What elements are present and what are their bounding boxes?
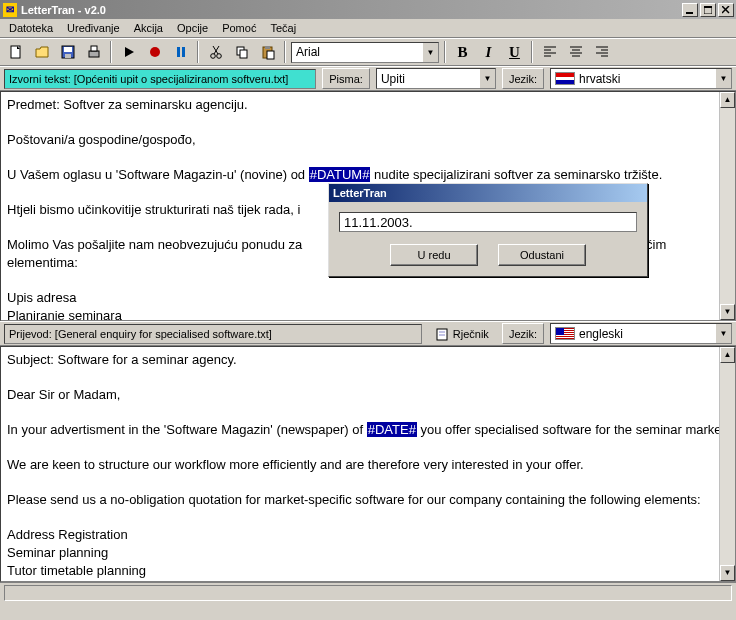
italic-button[interactable]: I (477, 41, 500, 63)
copy-button[interactable] (230, 41, 253, 63)
align-left-button[interactable] (538, 41, 561, 63)
svg-point-20 (216, 54, 221, 59)
menu-pomoc[interactable]: Pomoć (215, 20, 263, 36)
dictionary-button[interactable]: Rječnik (428, 323, 496, 345)
date-placeholder[interactable]: #DATE# (367, 422, 417, 437)
input-dialog: LetterTran U redu Odustani (328, 183, 648, 277)
svg-marker-13 (125, 47, 134, 57)
svg-rect-15 (177, 47, 180, 57)
vertical-scrollbar[interactable]: ▲ ▼ (719, 92, 735, 320)
menu-tecaj[interactable]: Tečaj (263, 20, 303, 36)
separator (110, 41, 112, 63)
record-button[interactable] (143, 41, 166, 63)
svg-rect-25 (267, 51, 274, 59)
source-file-label: Izvorni tekst: [Općeniti upit o specijal… (4, 69, 316, 89)
svg-rect-16 (182, 47, 185, 57)
print-button[interactable] (82, 41, 105, 63)
target-language-value: engleski (579, 327, 715, 341)
cancel-button[interactable]: Odustani (498, 244, 586, 266)
svg-line-17 (213, 46, 218, 54)
text-line: Poštovani/a gospodine/gospođo, (7, 131, 729, 149)
svg-rect-2 (704, 6, 712, 8)
bold-button[interactable]: B (451, 41, 474, 63)
svg-line-18 (214, 46, 219, 54)
close-button[interactable] (718, 3, 734, 17)
flag-us-icon (555, 327, 575, 340)
svg-rect-24 (265, 46, 270, 49)
svg-rect-11 (89, 51, 99, 57)
save-button[interactable] (56, 41, 79, 63)
scroll-down-icon[interactable]: ▼ (720, 304, 735, 320)
dialog-title: LetterTran (329, 184, 647, 202)
date-input[interactable] (339, 212, 637, 232)
menu-akcija[interactable]: Akcija (127, 20, 170, 36)
scroll-up-icon[interactable]: ▲ (720, 347, 735, 363)
align-right-button[interactable] (590, 41, 613, 63)
separator (531, 41, 533, 63)
text-line: We are keen to structure our workflow mo… (7, 456, 729, 474)
chevron-down-icon[interactable]: ▼ (715, 69, 731, 88)
menu-opcije[interactable]: Opcije (170, 20, 215, 36)
svg-marker-7 (36, 47, 48, 57)
menu-datoteka[interactable]: Datoteka (2, 20, 60, 36)
scroll-up-icon[interactable]: ▲ (720, 92, 735, 108)
font-combo[interactable]: Arial ▼ (291, 42, 439, 63)
flag-hr-icon (555, 72, 575, 85)
svg-rect-9 (64, 47, 72, 52)
app-icon: ✉ (3, 3, 17, 17)
align-center-button[interactable] (564, 41, 587, 63)
vertical-scrollbar[interactable]: ▲ ▼ (719, 347, 735, 581)
target-bar: Prijevod: [General enquiry for specialis… (0, 321, 736, 346)
new-button[interactable] (4, 41, 27, 63)
status-bar (0, 582, 736, 602)
chevron-down-icon[interactable]: ▼ (479, 69, 495, 88)
chevron-down-icon[interactable]: ▼ (715, 324, 731, 343)
maximize-button[interactable] (700, 3, 716, 17)
text-line: Seminar planning (7, 544, 729, 562)
svg-rect-0 (686, 12, 693, 14)
source-language-value: hrvatski (579, 72, 715, 86)
target-file-label: Prijevod: [General enquiry for specialis… (4, 324, 422, 344)
minimize-button[interactable] (682, 3, 698, 17)
jezik-src-label: Jezik: (502, 68, 544, 89)
text-line: Planiranje seminara (7, 307, 729, 321)
book-icon (435, 327, 449, 341)
paste-button[interactable] (256, 41, 279, 63)
menu-bar: Datoteka Uređivanje Akcija Opcije Pomoć … (0, 19, 736, 38)
scroll-down-icon[interactable]: ▼ (720, 565, 735, 581)
menu-uredivanje[interactable]: Uređivanje (60, 20, 127, 36)
open-button[interactable] (30, 41, 53, 63)
pause-button[interactable] (169, 41, 192, 63)
target-language-combo[interactable]: engleski ▼ (550, 323, 732, 344)
source-bar: Izvorni tekst: [Općeniti upit o specijal… (0, 66, 736, 91)
jezik-tgt-label: Jezik: (502, 323, 544, 344)
separator (444, 41, 446, 63)
svg-point-19 (210, 54, 215, 59)
pisma-combo[interactable]: Upiti ▼ (376, 68, 496, 89)
pisma-label: Pisma: (322, 68, 370, 89)
text-line: In your advertisment in the 'Software Ma… (7, 421, 729, 439)
svg-point-14 (150, 47, 160, 57)
ok-button[interactable]: U redu (390, 244, 478, 266)
source-language-combo[interactable]: hrvatski ▼ (550, 68, 732, 89)
window-title: LetterTran - v2.0 (21, 4, 106, 16)
text-line: Address Registration (7, 526, 729, 544)
text-line: Upis adresa (7, 289, 729, 307)
toolbar: Arial ▼ B I U (0, 38, 736, 66)
date-placeholder[interactable]: #DATUM# (309, 167, 371, 182)
title-bar: ✉ LetterTran - v2.0 (0, 0, 736, 19)
chevron-down-icon[interactable]: ▼ (422, 43, 438, 62)
cut-button[interactable] (204, 41, 227, 63)
play-button[interactable] (117, 41, 140, 63)
text-line: Subject: Software for a seminar agency. (7, 351, 729, 369)
target-text-pane[interactable]: Subject: Software for a seminar agency. … (0, 346, 736, 582)
svg-rect-10 (65, 54, 71, 58)
svg-rect-12 (91, 46, 97, 51)
status-cell (4, 585, 732, 601)
pisma-combo-value: Upiti (377, 72, 479, 86)
text-line: Predmet: Softver za seminarsku agenciju. (7, 96, 729, 114)
separator (197, 41, 199, 63)
underline-button[interactable]: U (503, 41, 526, 63)
text-line: Tutor timetable planning (7, 562, 729, 580)
text-line: U Vašem oglasu u 'Software Magazin-u' (n… (7, 166, 729, 184)
